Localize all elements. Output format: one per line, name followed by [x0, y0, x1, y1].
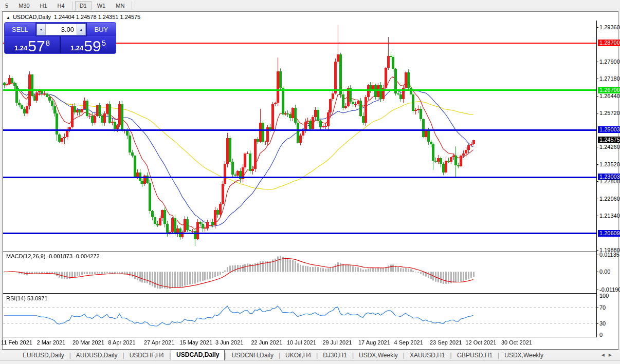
macd-panel-bottom-border [3, 293, 597, 294]
chart-tab-usdx[interactable]: USDX,Weekly [499, 351, 549, 360]
one-click-trading-widget: SELL ▼ 3.00 ▲ BUY 1.24578 1.24595 [4, 22, 116, 54]
chart-tab-usdcnh[interactable]: USDCNH,Daily [227, 351, 279, 360]
rsi-indicator-chart[interactable] [3, 294, 596, 337]
date-axis-label: 11 Feb 2021 [1, 339, 32, 346]
date-axis-label: 20 Mar 2021 [72, 339, 104, 346]
date-axis-label: 2 Mar 2021 [37, 339, 66, 346]
macd-axis-label: 0.01135 [599, 252, 619, 258]
price-axis-label: 1.25720 [599, 110, 620, 117]
rsi-axis-label: 30 [599, 320, 606, 327]
price-axis-label: 1.27900 [599, 59, 620, 65]
rsi-axis-tick [596, 323, 598, 324]
rsi-axis-tick [596, 308, 598, 308]
sell-price[interactable]: 1.24578 [5, 36, 61, 54]
chart-tab-bar: EURUSD,Daily|AUDUSD,Daily|USDCHF,H4|USDC… [0, 350, 620, 360]
macd-axis-tick [596, 290, 598, 290]
price-axis-label-current: 1.24575 [598, 137, 620, 143]
date-axis-label: 8 Apr 2021 [108, 339, 136, 346]
chart-header: ▲USDCAD,Daily 1.24404 1.24578 1.24351 1.… [6, 14, 140, 20]
sell-price-main: 57 [28, 39, 45, 53]
volume-decrease-icon[interactable]: ▼ [37, 24, 46, 35]
volume-spinner: ▼ 3.00 ▲ [37, 24, 86, 35]
price-axis-tick [596, 62, 598, 62]
price-axis-label: 1.23520 [599, 161, 620, 168]
chart-tab-dj30[interactable]: DJ30,H1 [318, 351, 352, 360]
main-panel-bottom-border [3, 252, 597, 252]
timeframe-button-5[interactable]: 5 [1, 1, 13, 10]
volume-input[interactable]: 3.00 [46, 24, 77, 35]
date-axis-label: 23 Sep 2021 [430, 339, 462, 346]
chart-tab-gbpusd[interactable]: GBPUSD,H1 [452, 351, 498, 360]
chart-tab-usdx[interactable]: USDX,Weekly [354, 351, 403, 360]
date-axis-label: 17 Aug 2021 [358, 339, 390, 346]
date-axis-label: 22 Jun 2021 [251, 339, 283, 346]
price-axis-label: 1.22060 [599, 196, 620, 202]
date-axis-label: 3 Jun 2021 [215, 339, 243, 346]
date-axis-label: 30 Oct 2021 [501, 339, 532, 346]
macd-axis-label: -0.01190 [599, 286, 620, 293]
date-axis-label: 4 Sep 2021 [394, 339, 423, 346]
buy-price-prefix: 1.24 [70, 44, 83, 52]
price-axis-tick [596, 79, 598, 79]
chart-tab-usdchf[interactable]: USDCHF,H4 [124, 351, 169, 360]
timeframe-button-h1[interactable]: H1 [35, 1, 52, 10]
chart-ohlc-values: 1.24404 1.24578 1.24351 1.24575 [54, 14, 140, 20]
timeframe-button-h4[interactable]: H4 [53, 1, 69, 10]
volume-increase-icon[interactable]: ▲ [77, 24, 85, 35]
price-axis-tick [596, 199, 598, 199]
price-axis-label: 1.29360 [599, 24, 620, 31]
price-axis-tick [596, 216, 598, 216]
main-price-chart[interactable] [3, 21, 596, 251]
buy-price-pip: 5 [102, 39, 106, 47]
rsi-axis-tick [596, 335, 598, 335]
price-axis-label-blue: 1.25003 [598, 126, 620, 133]
timeframe-button-m30[interactable]: M30 [14, 1, 34, 10]
price-axis-tick [596, 113, 598, 113]
rsi-axis-label: 100 [599, 293, 609, 299]
chart-tab-eurusd[interactable]: EURUSD,Daily [17, 351, 69, 360]
price-axis-tick [596, 147, 598, 147]
price-axis-tick [596, 250, 598, 251]
rsi-axis-label: 0 [599, 332, 603, 338]
chart-tab-ukoil[interactable]: UKOil,H4 [280, 351, 316, 360]
price-axis-label: 1.24260 [599, 144, 620, 150]
sell-button[interactable]: SELL [5, 23, 35, 36]
tab-scroll-arrows[interactable]: ◀▶ [601, 353, 616, 357]
timeframe-button-d1[interactable]: D1 [75, 1, 92, 10]
rsi-label: RSI(14) 53.0971 [6, 295, 48, 301]
timeframe-button-w1[interactable]: W1 [93, 1, 111, 10]
date-axis-label: 29 Jul 2021 [323, 339, 352, 346]
price-axis-label: 1.26440 [599, 93, 620, 100]
price-axis-tick [596, 96, 598, 97]
date-axis-label: 15 May 2021 [180, 339, 213, 346]
chart-tab-audusd[interactable]: AUDUSD,Daily [71, 351, 123, 360]
buy-price-main: 59 [84, 39, 101, 53]
date-axis-label: 12 Oct 2021 [466, 339, 497, 346]
sell-price-prefix: 1.24 [14, 44, 27, 52]
sell-price-pip: 8 [46, 39, 50, 47]
price-axis-label: 1.22800 [599, 178, 620, 185]
macd-label: MACD(12,26,9) -0.001873 -0.004272 [6, 253, 100, 259]
macd-axis-tick [596, 272, 598, 272]
timeframe-button-mn[interactable]: MN [111, 1, 129, 10]
price-axis-label: 1.27180 [599, 75, 620, 82]
timeframe-toolbar: 5M30H1H4D1W1MN [0, 0, 620, 11]
price-axis-label-red: 1.28700 [598, 40, 620, 46]
chart-tab-usdcad[interactable]: USDCAD,Daily [171, 350, 225, 360]
price-axis-label: 1.21340 [599, 213, 620, 219]
rsi-axis-label: 70 [599, 304, 606, 311]
price-axis-tick [596, 27, 598, 28]
status-strip [0, 360, 620, 364]
buy-button[interactable]: BUY [87, 23, 116, 36]
macd-axis-tick [596, 255, 598, 255]
toolbar-separator [72, 2, 72, 10]
chart-tab-xauusd[interactable]: XAUUSD,H1 [405, 351, 450, 360]
rsi-panel-bottom-border [3, 337, 597, 337]
macd-axis-label: 0.00 [599, 269, 610, 275]
buy-price[interactable]: 1.24595 [61, 36, 116, 54]
toolbar-separator [132, 2, 132, 10]
collapse-triangle-icon[interactable]: ▲ [6, 15, 10, 20]
price-axis-tick [596, 164, 598, 165]
rsi-axis-tick [596, 296, 598, 296]
price-axis-tick [596, 181, 598, 182]
